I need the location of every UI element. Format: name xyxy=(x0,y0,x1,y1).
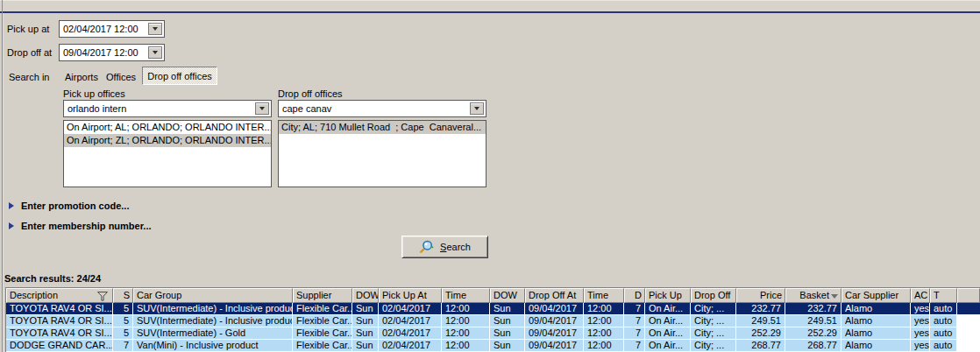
tab-drop-off-offices[interactable]: Drop off offices xyxy=(142,67,217,85)
result-cell: Sun xyxy=(490,303,525,315)
result-cell-filler xyxy=(957,327,980,340)
result-cell: On Air... xyxy=(645,340,691,352)
dropoff-at-dropdown-button[interactable] xyxy=(148,46,162,59)
column-header-basket[interactable]: Basket xyxy=(785,288,842,303)
result-cell: SUV(Intermediate) - Gold xyxy=(133,327,293,340)
result-cell-filler xyxy=(957,303,980,315)
column-header-time[interactable]: Time xyxy=(584,288,624,303)
column-header-ac[interactable]: AC xyxy=(911,288,930,303)
pickup-at-dropdown-button[interactable] xyxy=(148,23,162,35)
dropoff-offices-dropdown-button[interactable] xyxy=(470,102,484,115)
result-cell: 7 xyxy=(624,327,645,340)
result-cell: Flexible Car... xyxy=(293,327,352,340)
expand-arrow-icon[interactable] xyxy=(9,202,14,209)
column-header-label: Car Supplier xyxy=(845,290,898,300)
result-cell: 249.51 xyxy=(785,315,842,327)
column-header-pick-up[interactable]: Pick Up xyxy=(645,288,691,303)
result-cell: 249.51 xyxy=(736,315,785,327)
result-cell: Sun xyxy=(352,327,379,340)
result-cell: TOYOTA RAV4 OR SI... xyxy=(6,327,113,340)
promotion-code-expander[interactable]: Enter promotion code... xyxy=(21,201,129,211)
search-in-label: Search in xyxy=(9,72,49,82)
car-search-window: Pick up at 02/04/2017 12:00 Drop off at … xyxy=(0,0,980,352)
pickup-offices-dropdown-button[interactable] xyxy=(255,102,269,115)
result-cell: 12:00 xyxy=(584,303,624,315)
column-header-drop-off-at[interactable]: Drop Off At xyxy=(525,288,584,303)
column-header-label: Price xyxy=(760,290,782,300)
column-header-label: Drop Off At xyxy=(529,290,576,300)
result-cell: Sun xyxy=(352,315,379,327)
result-cell: Alamo xyxy=(842,340,911,352)
result-cell: SUV(Intermediate) - Inclusive product... xyxy=(133,315,293,327)
result-row[interactable]: TOYOTA RAV4 OR SI...5SUV(Intermediate) -… xyxy=(6,315,980,327)
result-row[interactable]: TOYOTA RAV4 OR SI...5SUV(Intermediate) -… xyxy=(6,303,980,315)
column-header-dow[interactable]: DOW xyxy=(352,288,379,303)
column-header-drop-off[interactable]: Drop Off xyxy=(691,288,736,303)
result-cell: 09/04/2017 xyxy=(525,327,584,340)
search-button[interactable]: Search xyxy=(401,236,488,258)
column-header-car-supplier[interactable]: Car Supplier xyxy=(842,288,911,303)
result-cell: 268.77 xyxy=(736,340,785,352)
membership-number-expander[interactable]: Enter membership number... xyxy=(21,221,152,231)
result-cell: On Air... xyxy=(645,303,691,315)
column-header-filler xyxy=(957,288,980,303)
pickup-office-option[interactable]: On Airport; AL; ORLANDO; ORLANDO INTER..… xyxy=(64,121,271,134)
column-header-price[interactable]: Price xyxy=(736,288,785,303)
dropoff-at-combo[interactable]: 09/04/2017 12:00 xyxy=(59,44,165,61)
result-cell: City; ... xyxy=(691,315,736,327)
column-header-label: T xyxy=(934,290,940,300)
column-header-label: AC xyxy=(914,290,927,300)
column-header-label: Drop Off xyxy=(694,290,730,300)
column-header-dow[interactable]: DOW xyxy=(490,288,525,303)
dropoff-office-option[interactable]: City; AL; 710 Mullet Road ; Cape Canaver… xyxy=(279,121,486,134)
result-cell: SUV(Intermediate) - Inclusive product xyxy=(133,303,293,315)
tab-airports[interactable]: Airports xyxy=(65,72,98,82)
result-cell: auto xyxy=(930,315,957,327)
pickup-offices-combo[interactable]: orlando intern xyxy=(63,100,272,117)
pickup-offices-listbox[interactable]: On Airport; AL; ORLANDO; ORLANDO INTER..… xyxy=(63,120,272,187)
column-header-label: DOW xyxy=(356,290,379,300)
column-header-pick-up-at[interactable]: Pick Up At xyxy=(379,288,442,303)
column-header-car-group[interactable]: Car Group xyxy=(133,288,293,303)
result-cell: 02/04/2017 xyxy=(379,315,442,327)
result-cell: 7 xyxy=(624,303,645,315)
result-row[interactable]: DODGE GRAND CAR...7Van(Mini) - Inclusive… xyxy=(6,340,980,352)
result-cell: 232.77 xyxy=(785,303,842,315)
result-cell: 252.29 xyxy=(785,327,842,340)
expand-arrow-icon[interactable] xyxy=(9,222,14,229)
dropoff-offices-combo[interactable]: cape canav xyxy=(278,100,486,117)
filter-icon[interactable] xyxy=(97,292,108,301)
result-cell: Flexible Car... xyxy=(293,303,352,315)
pickup-at-combo[interactable]: 02/04/2017 12:00 xyxy=(59,20,165,38)
result-row[interactable]: TOYOTA RAV4 OR SI...5SUV(Intermediate) -… xyxy=(6,327,980,340)
column-header-label: Car Group xyxy=(137,290,181,300)
column-header-description[interactable]: Description xyxy=(6,288,113,303)
result-cell: TOYOTA RAV4 OR SI... xyxy=(6,315,113,327)
search-icon xyxy=(419,240,434,254)
result-cell: yes xyxy=(911,315,930,327)
column-header-t[interactable]: T xyxy=(930,288,957,303)
result-cell: City; ... xyxy=(691,303,736,315)
column-header-label: DOW xyxy=(494,290,517,300)
result-cell: 7 xyxy=(624,340,645,352)
chevron-down-icon xyxy=(153,27,158,31)
result-cell-filler xyxy=(957,315,980,327)
result-cell: Sun xyxy=(352,340,379,352)
tab-offices[interactable]: Offices xyxy=(106,72,136,82)
column-header-supplier[interactable]: Supplier xyxy=(293,288,352,303)
column-header-label: S xyxy=(124,290,130,300)
dropoff-offices-listbox[interactable]: City; AL; 710 Mullet Road ; Cape Canaver… xyxy=(278,120,486,187)
result-cell: 5 xyxy=(113,315,133,327)
result-cell: yes xyxy=(911,303,930,315)
tab-drop-off-offices-label: Drop off offices xyxy=(147,71,212,81)
result-cell: 268.77 xyxy=(785,340,842,352)
pickup-offices-label: Pick up offices xyxy=(63,88,125,99)
column-header-label: Description xyxy=(10,290,58,300)
result-cell: yes xyxy=(911,340,930,352)
result-cell: On Air... xyxy=(645,315,691,327)
result-cell: Sun xyxy=(490,340,525,352)
column-header-s[interactable]: S xyxy=(113,288,133,303)
column-header-d[interactable]: D xyxy=(624,288,645,303)
column-header-time[interactable]: Time xyxy=(442,288,490,303)
pickup-office-option[interactable]: On Airport; ZL; ORLANDO; ORLANDO INTER..… xyxy=(64,134,271,147)
